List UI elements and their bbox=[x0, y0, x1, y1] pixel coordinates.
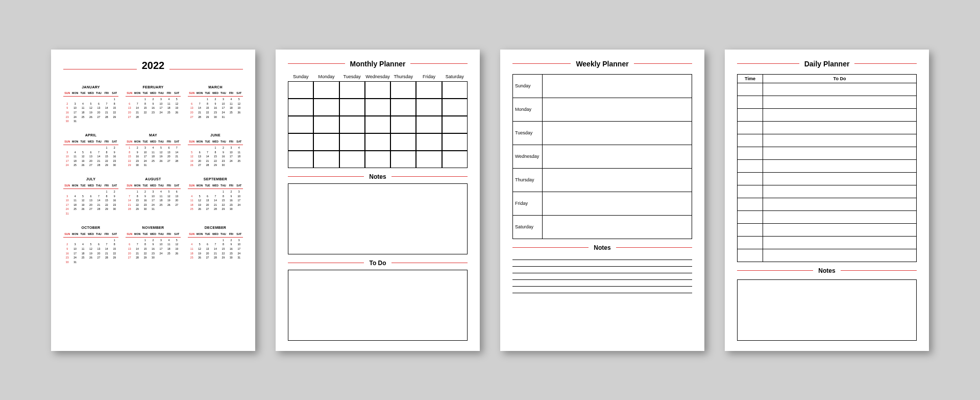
weekly-entry-cell bbox=[543, 121, 692, 145]
weekly-day-label: Sunday bbox=[513, 74, 543, 98]
month-block: OCTOBERSUNMONTUEWEDTHUFRISAT123456789101… bbox=[63, 225, 118, 265]
week-row: 17181920212223 bbox=[63, 159, 118, 163]
daily-time-cell bbox=[738, 83, 763, 96]
week-row: 6789101112 bbox=[188, 102, 243, 106]
weekly-day-label: Monday bbox=[513, 98, 543, 121]
daily-row bbox=[738, 83, 917, 96]
monthly-notes-title: Notes bbox=[288, 173, 468, 180]
monthly-cell bbox=[313, 81, 339, 99]
weekly-row: Tuesday bbox=[513, 121, 692, 145]
weekly-entry-cell bbox=[543, 145, 692, 168]
weekly-row: Monday bbox=[513, 98, 692, 121]
monthly-cell bbox=[416, 151, 442, 168]
weekly-title: Weekly Planner bbox=[576, 60, 628, 68]
week-row: 1 bbox=[63, 239, 118, 243]
daily-time-cell bbox=[738, 172, 763, 185]
month-name: DECEMBER bbox=[188, 225, 243, 231]
weekly-entry-cell bbox=[543, 168, 692, 192]
monthly-dow-cell: Friday bbox=[416, 74, 442, 79]
daily-row bbox=[738, 121, 917, 134]
rule-left bbox=[288, 263, 364, 263]
daily-title: Daily Planner bbox=[804, 60, 850, 68]
daily-time-cell bbox=[738, 108, 763, 121]
dow-row: SUNMONTUEWEDTHUFRISAT bbox=[126, 232, 181, 238]
week-row: 45678910 bbox=[188, 243, 243, 247]
notes-label: Notes bbox=[818, 267, 835, 274]
weekly-entry-cell bbox=[543, 98, 692, 121]
notes-label: Notes bbox=[369, 173, 386, 180]
daily-todo-cell bbox=[763, 134, 917, 147]
daily-todo-cell bbox=[763, 96, 917, 108]
rule-left bbox=[737, 270, 813, 271]
todo-label: To Do bbox=[369, 260, 386, 267]
daily-row bbox=[738, 198, 917, 210]
monthly-cell bbox=[339, 133, 365, 151]
weekly-notes-lines bbox=[512, 256, 692, 296]
week-row: 3031 bbox=[63, 120, 118, 124]
week-row: 16171819202122 bbox=[63, 111, 118, 115]
rule-left bbox=[288, 63, 345, 64]
monthly-dow-cell: Tuesday bbox=[339, 74, 365, 79]
year-grid: JANUARYSUNMONTUEWEDTHUFRISAT123456789101… bbox=[63, 85, 243, 265]
monthly-dow-cell: Sunday bbox=[288, 74, 313, 79]
month-block: JULYSUNMONTUEWEDTHUFRISAT123456789101112… bbox=[63, 177, 118, 216]
monthly-cell bbox=[416, 81, 442, 99]
month-name: MARCH bbox=[188, 85, 243, 90]
daily-notes-title: Notes bbox=[737, 267, 917, 274]
rule-left bbox=[512, 247, 589, 248]
weekly-day-label: Friday bbox=[513, 192, 543, 215]
monthly-cell bbox=[288, 116, 313, 133]
monthly-cell bbox=[365, 99, 390, 116]
month-block: FEBRUARYSUNMONTUEWEDTHUFRISAT12345678910… bbox=[126, 85, 181, 124]
dow-row: SUNMONTUEWEDTHUFRISAT bbox=[126, 140, 181, 145]
weekly-day-label: Wednesday bbox=[513, 145, 543, 168]
monthly-cell bbox=[390, 133, 416, 151]
daily-row bbox=[738, 108, 917, 121]
daily-table: TimeTo Do bbox=[737, 74, 917, 262]
monthly-cell bbox=[416, 99, 442, 116]
rule-right bbox=[854, 63, 917, 64]
note-line bbox=[512, 286, 692, 287]
week-row: 17181920212223 bbox=[63, 203, 118, 207]
month-name: MAY bbox=[126, 133, 181, 138]
month-name: NOVEMBER bbox=[126, 225, 181, 231]
weekly-day-label: Saturday bbox=[513, 215, 543, 239]
month-block: AUGUSTSUNMONTUEWEDTHUFRISAT1234567891011… bbox=[126, 177, 181, 216]
daily-row bbox=[738, 185, 917, 198]
week-row: 23242526272829 bbox=[63, 115, 118, 120]
monthly-cell bbox=[390, 116, 416, 133]
rule-right bbox=[410, 63, 468, 64]
week-row: 123456 bbox=[126, 190, 181, 195]
daily-todo-cell bbox=[763, 236, 917, 249]
monthly-cell bbox=[288, 151, 313, 168]
week-row: 9101112131415 bbox=[63, 247, 118, 252]
week-row: 25262728293031 bbox=[188, 256, 243, 261]
monthly-dow-cell: Wednesday bbox=[365, 74, 390, 79]
monthly-dow-cell: Monday bbox=[313, 74, 339, 79]
monthly-title: Monthly Planner bbox=[350, 60, 406, 68]
month-block: DECEMBERSUNMONTUEWEDTHUFRISAT12345678910… bbox=[188, 225, 243, 265]
rule-right bbox=[616, 247, 692, 248]
year-title: 2022 bbox=[142, 60, 165, 72]
week-row: 28293031 bbox=[126, 207, 181, 212]
week-row: 45678910 bbox=[188, 194, 243, 199]
week-row: 2627282930 bbox=[188, 163, 243, 168]
monthly-cell bbox=[442, 116, 468, 133]
week-row: 27282930 bbox=[126, 256, 181, 261]
daily-row bbox=[738, 210, 917, 223]
weekly-entry-cell bbox=[543, 215, 692, 239]
week-row: 1234567 bbox=[126, 146, 181, 151]
dow-row: SUNMONTUEWEDTHUFRISAT bbox=[188, 140, 243, 145]
monthly-todo-title: To Do bbox=[288, 260, 468, 267]
week-row: 13141516171819 bbox=[126, 247, 181, 252]
week-row: 15161718192021 bbox=[126, 155, 181, 159]
rule-right bbox=[169, 69, 243, 69]
dow-row: SUNMONTUEWEDTHUFRISAT bbox=[63, 232, 118, 238]
daily-row bbox=[738, 96, 917, 108]
week-row: 6789101112 bbox=[126, 243, 181, 247]
daily-planner-page: Daily Planner TimeTo Do Notes bbox=[725, 50, 929, 351]
weekly-day-label: Tuesday bbox=[513, 121, 543, 145]
weekly-title-row: Weekly Planner bbox=[512, 60, 692, 68]
monthly-cell bbox=[339, 99, 365, 116]
week-row: 3456789 bbox=[63, 194, 118, 199]
